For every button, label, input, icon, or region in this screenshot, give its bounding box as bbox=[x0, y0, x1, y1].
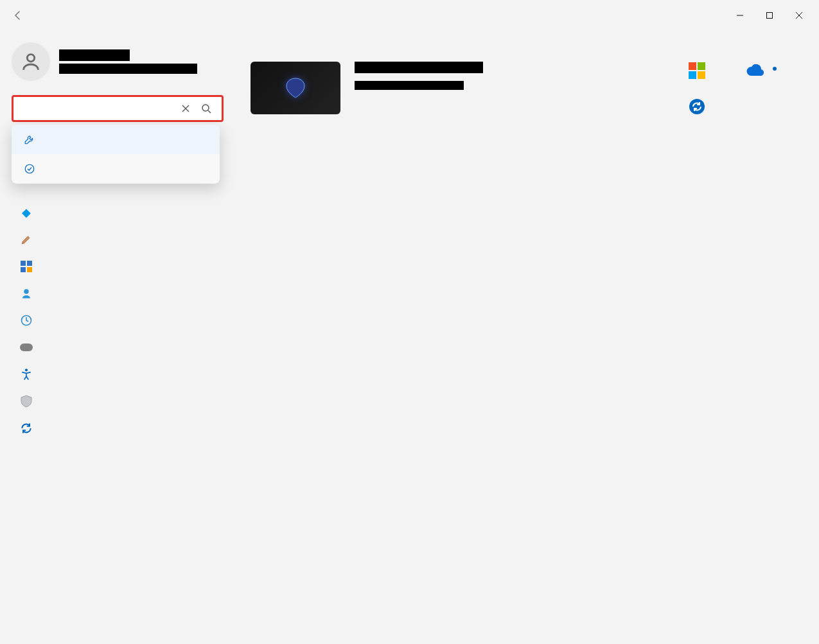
svg-rect-6 bbox=[21, 267, 26, 272]
nav-gaming[interactable] bbox=[12, 334, 224, 361]
gamepad-icon bbox=[19, 340, 33, 354]
avatar bbox=[12, 42, 50, 81]
minimize-button[interactable] bbox=[725, 5, 755, 26]
svg-point-12 bbox=[689, 99, 705, 114]
arrow-left-icon bbox=[13, 10, 23, 21]
search-clear-button[interactable] bbox=[175, 98, 196, 119]
promo-m365[interactable] bbox=[688, 62, 723, 80]
svg-point-11 bbox=[25, 369, 28, 371]
promo-sub bbox=[773, 63, 780, 73]
svg-rect-10 bbox=[20, 344, 33, 351]
user-header[interactable] bbox=[12, 42, 224, 81]
device-row bbox=[251, 62, 780, 116]
promo-windows-update[interactable] bbox=[688, 98, 780, 116]
device-model-redacted bbox=[355, 81, 464, 90]
person-icon bbox=[19, 286, 33, 300]
brush-icon bbox=[19, 232, 33, 247]
svg-rect-4 bbox=[21, 261, 26, 266]
close-icon bbox=[795, 12, 803, 19]
device-image bbox=[251, 62, 340, 114]
wifi-icon: ◆ bbox=[19, 205, 33, 220]
content bbox=[231, 31, 819, 644]
search-input[interactable] bbox=[20, 103, 175, 114]
sync-icon bbox=[19, 421, 33, 435]
sync-badge-icon bbox=[688, 98, 706, 116]
nav-windows-update[interactable] bbox=[12, 415, 224, 442]
wrench-icon bbox=[23, 134, 36, 145]
maximize-icon bbox=[766, 12, 773, 19]
svg-point-2 bbox=[202, 105, 209, 111]
shield-icon bbox=[19, 394, 33, 408]
window-controls bbox=[725, 5, 814, 26]
titlebar bbox=[0, 0, 819, 31]
search-icon bbox=[201, 103, 211, 114]
svg-point-8 bbox=[24, 289, 29, 294]
x-icon bbox=[182, 105, 189, 112]
apps-icon bbox=[19, 259, 33, 274]
nav-accessibility[interactable] bbox=[12, 361, 224, 388]
check-circle-icon bbox=[23, 163, 36, 175]
device-meta bbox=[355, 62, 483, 96]
user-meta bbox=[59, 49, 197, 74]
accessibility-icon bbox=[19, 367, 33, 381]
person-icon bbox=[20, 51, 42, 73]
promo-row bbox=[688, 62, 780, 116]
search-suggestion[interactable] bbox=[12, 125, 220, 154]
microsoft-logo-icon bbox=[688, 62, 706, 80]
nav-accounts[interactable] bbox=[12, 280, 224, 307]
search-submit-button[interactable] bbox=[196, 98, 216, 119]
promo-onedrive[interactable] bbox=[746, 62, 780, 80]
cloud-icon bbox=[746, 62, 764, 80]
device-name-redacted bbox=[355, 62, 483, 73]
svg-rect-5 bbox=[27, 261, 32, 266]
nav-network[interactable]: ◆ bbox=[12, 199, 224, 226]
svg-rect-7 bbox=[27, 267, 32, 272]
back-button[interactable] bbox=[5, 3, 31, 28]
svg-rect-0 bbox=[767, 13, 773, 19]
device-art-icon bbox=[276, 72, 315, 104]
nav: ◆ bbox=[12, 199, 224, 442]
svg-point-1 bbox=[27, 55, 34, 62]
user-name-redacted bbox=[59, 49, 130, 61]
globe-clock-icon bbox=[19, 313, 33, 327]
nav-personalization[interactable] bbox=[12, 226, 224, 253]
sidebar: ◆ bbox=[0, 31, 231, 644]
nav-apps[interactable] bbox=[12, 253, 224, 280]
nav-time-language[interactable] bbox=[12, 307, 224, 334]
user-email-redacted bbox=[59, 64, 197, 74]
nav-privacy[interactable] bbox=[12, 388, 224, 415]
search-suggestions bbox=[12, 125, 220, 184]
close-button[interactable] bbox=[784, 5, 814, 26]
search-box bbox=[12, 95, 224, 122]
svg-point-3 bbox=[25, 164, 34, 173]
minimize-icon bbox=[736, 12, 744, 19]
maximize-button[interactable] bbox=[755, 5, 784, 26]
search-suggestion[interactable] bbox=[12, 154, 220, 184]
